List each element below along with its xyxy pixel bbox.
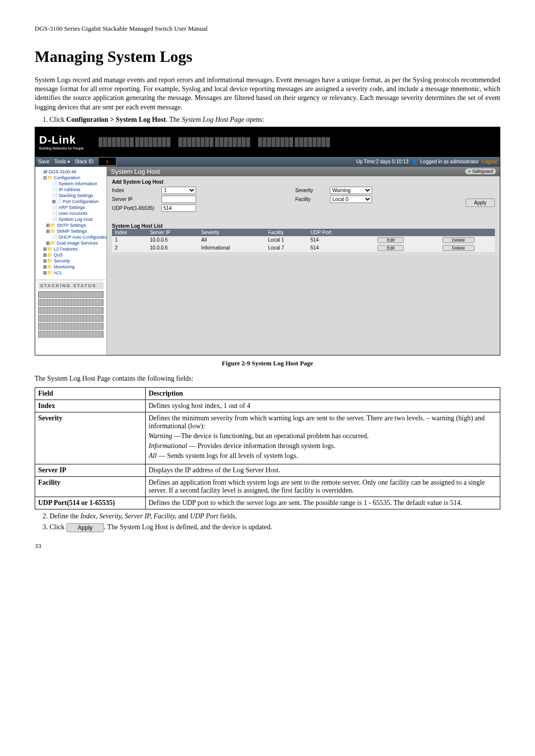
intro-paragraph: System Logs record and manage events and… [35, 76, 500, 112]
server-ip-input[interactable] [161, 196, 196, 203]
logout-link[interactable]: Logout [482, 159, 497, 164]
fields-table: Field Description Index Defines syslog h… [35, 387, 500, 509]
page-title: Managing System Logs [35, 48, 500, 66]
stack-unit [38, 299, 104, 306]
stacking-status-panel: STACKING STATUS [36, 280, 106, 341]
udp-port-label: UDP Port(1-65535) [112, 205, 161, 211]
tree-acl[interactable]: ⊞📁 ACL [36, 270, 106, 276]
col-udp-port: UDP Port [308, 229, 360, 236]
apply-button-inline[interactable]: Apply [66, 523, 104, 532]
step-3: Click Apply. The System Log Host is defi… [50, 523, 500, 532]
stack-unit [38, 291, 104, 298]
col-severity: Severity [198, 229, 265, 236]
col-server-ip: Server IP [147, 229, 199, 236]
uptime-text: Up Time:2 days 5:10:13 [356, 159, 409, 164]
stack-unit [38, 307, 104, 314]
tree-item[interactable]: 📄 System Information [36, 181, 106, 187]
host-list-table: Index Server IP Severity Facility UDP Po… [112, 229, 495, 252]
delete-button[interactable]: Delete [442, 237, 474, 243]
index-label: Index [112, 188, 161, 193]
toolbar: Save Tools ▾ Stack ID Up Time:2 days 5:1… [35, 157, 500, 167]
tree-item[interactable]: ⊞📁 SNMP Settings [36, 228, 106, 234]
dlink-logo: D-Link [39, 134, 76, 146]
tree-security[interactable]: ⊞📁 Security [36, 258, 106, 264]
host-list-title: System Log Host List [112, 223, 495, 229]
fields-intro: The System Log Host Page contains the fo… [35, 374, 500, 383]
figure-caption: Figure 2-9 System Log Host Page [35, 359, 500, 367]
device-banner: D-Link Building Networks for People [35, 127, 500, 157]
apply-button[interactable]: Apply [466, 199, 495, 207]
login-status: Logged in as administrator [421, 159, 479, 164]
screenshot-figure: D-Link Building Networks for People Save… [35, 127, 500, 355]
tree-item[interactable]: 📄 IP Address [36, 187, 106, 193]
user-icon: 👤 [412, 159, 418, 164]
stack-unit [38, 331, 104, 338]
content-title: System Log Host [111, 168, 160, 175]
stacking-status-title: STACKING STATUS [38, 282, 104, 289]
tree-qos[interactable]: ⊞📁 QoS [36, 252, 106, 258]
edit-button[interactable]: Edit [377, 237, 404, 243]
col-facility: Facility [265, 229, 308, 236]
tree-item[interactable]: ⊞📄 Port Configuration [36, 199, 106, 204]
tree-monitoring[interactable]: ⊞📁 Monitoring [36, 264, 106, 270]
save-button[interactable]: Save [38, 159, 50, 164]
tools-menu[interactable]: Tools ▾ [54, 159, 70, 164]
tree-root[interactable]: 🖳 DGS-3100-48 [36, 169, 106, 175]
severity-select[interactable]: Warning [330, 187, 372, 194]
col-index: Index [112, 229, 147, 236]
th-description: Description [146, 387, 500, 400]
th-field: Field [35, 387, 146, 400]
dlink-tagline: Building Networks for People [39, 147, 84, 150]
table-row: 2 10.0.0.6 Informational Local 7 514 Edi… [112, 244, 495, 252]
step-2: Define the Index, Severity, Server IP, F… [50, 512, 500, 520]
delete-button[interactable]: Delete [442, 245, 474, 251]
tree-l2[interactable]: ⊞📁 L2 Features [36, 246, 106, 252]
server-ip-label: Server IP [112, 197, 161, 202]
facility-select[interactable]: Local 0 [330, 196, 372, 203]
index-select[interactable]: 1 [161, 187, 196, 194]
edit-button[interactable]: Edit [377, 245, 404, 251]
udp-port-input[interactable] [161, 204, 196, 212]
content-pane: System Log Host Safeguard Add System Log… [107, 167, 500, 355]
severity-label: Severity [295, 188, 330, 193]
tree-item[interactable]: ⊞📁 Dual Image Services [36, 240, 106, 246]
step-1: Click Configuration > System Log Host. T… [50, 116, 500, 124]
doc-header: DGS-3100 Series Gigabit Stackable Manage… [35, 25, 500, 33]
port-led-strip [99, 137, 496, 147]
tree-item[interactable]: 📄 ARP Settings [36, 204, 106, 210]
facility-label: Facility [295, 197, 330, 202]
tree-configuration[interactable]: ⊟📁 Configuration [36, 175, 106, 181]
table-row: 1 10.0.0.5 All Local 1 514 Edit Delete [112, 236, 495, 244]
stack-id-input[interactable] [99, 157, 116, 166]
stack-unit [38, 315, 104, 322]
nav-tree: 🖳 DGS-3100-48 ⊟📁 Configuration 📄 System … [35, 167, 107, 355]
tree-item[interactable]: 📄 DHCP Auto Configuration [36, 234, 106, 240]
add-host-title: Add System Log Host [112, 179, 495, 185]
tree-item[interactable]: 📄 User Accounts [36, 210, 106, 216]
stack-id-label: Stack ID [75, 159, 94, 164]
tree-item[interactable]: 📄 Stacking Settings [36, 193, 106, 199]
tree-item-selected[interactable]: 📄 System Log Host [36, 216, 106, 222]
safeguard-badge: Safeguard [465, 168, 496, 174]
page-number: 33 [35, 542, 500, 550]
stack-unit [38, 323, 104, 330]
tree-item[interactable]: ⊞📁 SNTP Settings [36, 222, 106, 228]
